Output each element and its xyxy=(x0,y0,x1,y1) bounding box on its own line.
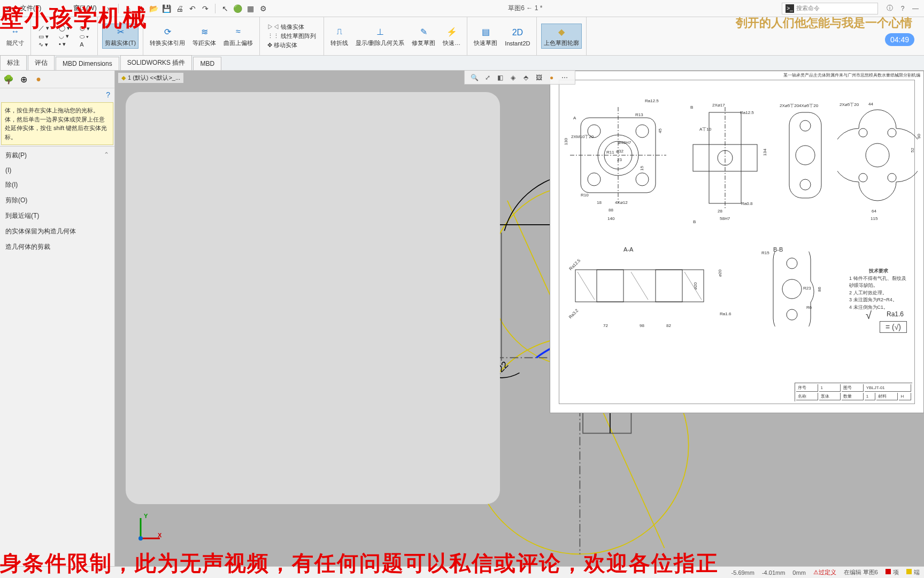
traffic-icon[interactable]: 🟢 xyxy=(233,3,243,14)
tool-rect[interactable]: ▭ ▾ xyxy=(35,33,52,40)
tool-line[interactable]: ／ ▾ xyxy=(35,24,52,32)
tool-showrel[interactable]: ⊥显示/删除几何关系 xyxy=(353,24,406,48)
undo-icon[interactable]: ↶ xyxy=(187,3,198,14)
vi-scene[interactable]: 🖼 xyxy=(534,73,544,82)
svg-point-22 xyxy=(588,173,600,186)
config-icon[interactable]: ⊕ xyxy=(18,74,29,85)
svg-point-36 xyxy=(859,128,867,137)
open-icon[interactable]: 📂 xyxy=(149,3,159,14)
tool-mirror[interactable]: ▷◁ 镜像实体 xyxy=(264,23,319,31)
menu-window[interactable]: 窗口(W) xyxy=(69,3,101,14)
appearance-icon[interactable]: ● xyxy=(33,74,44,85)
tool-poly[interactable]: ⬡ ▾ xyxy=(76,25,93,32)
print-icon[interactable]: 🖨 xyxy=(174,3,185,14)
tool-arc[interactable]: ◡ ▾ xyxy=(56,33,73,40)
svg-point-23 xyxy=(636,173,649,186)
breadcrumb[interactable]: ◆ 1 (默认) <<默认>_... xyxy=(118,73,183,83)
svg-line-44 xyxy=(578,272,595,300)
tool-dimension[interactable]: ↔能尺寸 xyxy=(4,24,26,48)
tool-quick[interactable]: ⚡快速… xyxy=(441,24,463,48)
chevron-right-icon[interactable]: › xyxy=(103,3,114,14)
status-legend-yellow: 端 xyxy=(906,568,920,576)
tool-circle[interactable]: ◯ ▾ xyxy=(56,25,73,32)
svg-rect-43 xyxy=(656,270,682,302)
svg-line-45 xyxy=(631,272,648,300)
tab-evaluate[interactable]: 评估 xyxy=(28,55,55,70)
opt-delete[interactable]: 除(I) xyxy=(0,177,114,193)
tech-requirements: 技术要求 1 铸件不得有气孔、裂纹及砂眼等缺陷。 2 人工时效处理。 3 未注圆… xyxy=(849,268,908,311)
vi-zoom[interactable]: 🔍 xyxy=(470,73,480,82)
status-bar: -5.69mm -4.01mm 0mm ⚠过定义 在编辑 草图6 项 端 xyxy=(0,566,924,578)
tool-offset[interactable]: ≋等距实体 xyxy=(190,24,218,48)
redo-icon[interactable]: ↷ xyxy=(200,3,211,14)
menu-item-3[interactable] xyxy=(58,7,67,10)
svg-point-39 xyxy=(888,173,896,182)
vi-fit[interactable]: ⤢ xyxy=(483,73,492,82)
user-icon[interactable]: ⓘ xyxy=(884,4,895,13)
svg-point-18 xyxy=(138,536,143,541)
tool-trim[interactable]: ✂剪裁实体(T) xyxy=(102,24,138,49)
opt-nearest[interactable]: 到最近端(T) xyxy=(0,208,114,224)
tool-instant2d[interactable]: 2DInstant2D xyxy=(503,25,532,48)
svg-point-48 xyxy=(782,279,802,299)
vi-section[interactable]: ◧ xyxy=(496,73,505,82)
vi-more[interactable]: ⋯ xyxy=(560,73,569,82)
part-silhouette xyxy=(126,92,500,504)
tree-icon[interactable]: 🌳 xyxy=(3,74,14,85)
trim-help-box: 体，按住并在实体上拖动您的光标。 体，然后单击一边界实体或荧屏上任意处延伸实体，… xyxy=(1,102,113,145)
status-over-defined: ⚠过定义 xyxy=(813,568,836,576)
vi-appear[interactable]: ● xyxy=(547,73,557,82)
panel-help-icon[interactable]: ? xyxy=(0,88,114,101)
tool-splitline[interactable]: ⎍转折线 xyxy=(328,24,350,48)
tool-spline[interactable]: ∿ ▾ xyxy=(35,41,52,48)
command-tab-bar: 标注 评估 MBD Dimensions SOLIDWORKS 插件 MBD xyxy=(0,56,924,71)
tab-plugins[interactable]: SOLIDWORKS 插件 xyxy=(120,55,192,70)
settings-icon[interactable]: ⚙ xyxy=(258,3,269,14)
tool-move[interactable]: ✥ 移动实体 xyxy=(264,41,319,49)
opt-construct[interactable]: 的实体保留为构造几何体 xyxy=(0,224,114,239)
menu-item-2[interactable] xyxy=(48,7,56,10)
tool-slot[interactable]: ⬭ ▾ xyxy=(76,33,93,40)
select-icon[interactable]: ↖ xyxy=(220,3,230,14)
app-logo-icon: ⟲ xyxy=(3,3,14,14)
vi-display[interactable]: ◈ xyxy=(509,73,518,82)
tab-annotate[interactable]: 标注 xyxy=(0,55,27,70)
terminal-icon: >_ xyxy=(786,4,794,13)
menu-file[interactable]: 文件(F) xyxy=(16,3,45,14)
home-icon[interactable]: ⌂ xyxy=(123,3,134,14)
tool-text[interactable]: A xyxy=(76,41,93,48)
model-viewport[interactable]: 🔍 ⤢ ◧ ◈ ⬘ 🖼 ● ⋯ ◆ 1 (默认) <<默认>_... xyxy=(115,71,924,566)
svg-point-47 xyxy=(787,258,797,269)
svg-point-38 xyxy=(859,173,867,182)
tool-convert[interactable]: ⟳转换实体引用 xyxy=(148,24,187,48)
tool-curve-offset[interactable]: ≈曲面上偏移 xyxy=(221,24,255,48)
tool-shade-contour[interactable]: ◆上色草图轮廓 xyxy=(541,24,582,49)
grid-icon[interactable]: ▦ xyxy=(245,3,256,14)
svg-point-37 xyxy=(888,128,896,137)
opt-1[interactable]: (I) xyxy=(0,163,114,177)
vi-orient[interactable]: ⬘ xyxy=(521,73,531,82)
search-placeholder: 搜索命令 xyxy=(796,4,820,12)
opt-construct-trim[interactable]: 造几何体的剪裁 xyxy=(0,239,114,255)
status-legend-red: 项 xyxy=(886,568,899,576)
new-icon[interactable]: ▭ xyxy=(136,3,147,14)
property-panel: 🌳 ⊕ ● ? 体，按住并在实体上拖动您的光标。 体，然后单击一边界实体或荧屏上… xyxy=(0,71,115,566)
reference-drawing: 某一轴承类产品主壳体附属件来与广州市思想模具数水量纸械限分割机编 130 xyxy=(550,71,924,413)
tool-snap[interactable]: ▤快速草图 xyxy=(472,24,499,48)
axis-triad: Y X xyxy=(131,513,163,545)
tool-repair[interactable]: ✎修复草图 xyxy=(410,24,437,48)
tab-mbd[interactable]: MBD xyxy=(193,57,221,70)
save-icon[interactable]: 💾 xyxy=(161,3,172,14)
svg-point-34 xyxy=(800,179,811,190)
tool-pattern[interactable]: ⋮⋮ 线性草图阵列 xyxy=(264,32,319,40)
breadcrumb-text: 1 (默认) <<默认>_... xyxy=(128,74,180,82)
minimize-icon[interactable]: — xyxy=(910,5,921,12)
opt-trim[interactable]: 剪裁(P)⌃ xyxy=(0,148,114,163)
search-command-input[interactable]: >_ 搜索命令 xyxy=(782,3,878,14)
tab-mbd-dimensions[interactable]: MBD Dimensions xyxy=(56,57,119,70)
tool-point[interactable]: • ▾ xyxy=(56,41,73,48)
svg-point-40 xyxy=(866,143,889,167)
opt-trimout[interactable]: 剪除(O) xyxy=(0,193,114,208)
part-icon: ◆ xyxy=(121,74,126,81)
help-icon[interactable]: ? xyxy=(897,5,908,12)
